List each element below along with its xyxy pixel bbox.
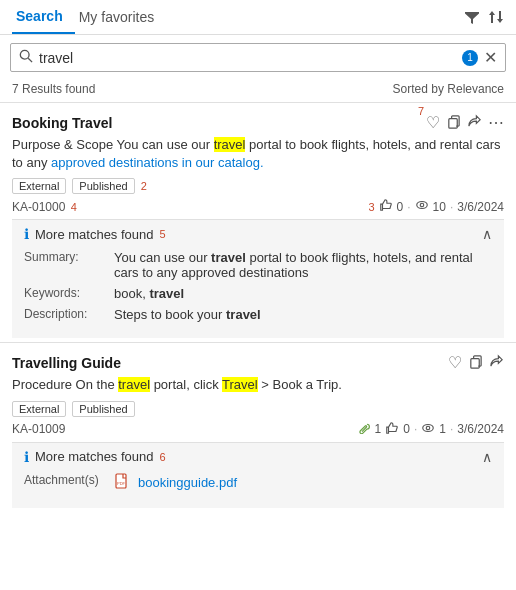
more-matches-2: ℹ More matches found 6 ∧ Attachment(s) P… xyxy=(12,442,504,508)
match-label-description: Description: xyxy=(24,307,114,322)
info-icon-2: ℹ xyxy=(24,449,29,465)
tag-external-1: External xyxy=(12,178,66,194)
svg-point-0 xyxy=(20,50,29,59)
meta-id-number-1: 4 xyxy=(71,201,77,213)
action-number-1: 7 xyxy=(418,105,424,117)
result-card-2: Travelling Guide ♡ Procedure On the trav… xyxy=(0,342,516,507)
svg-point-4 xyxy=(420,204,424,208)
match-label-keywords: Keywords: xyxy=(24,286,114,301)
more-matches-label-1: More matches found xyxy=(35,227,154,242)
search-bar: 1 ✕ xyxy=(10,43,506,72)
more-matches-toggle-2[interactable]: ℹ More matches found 6 xyxy=(24,449,166,465)
meta-id-1: KA-01000 4 xyxy=(12,200,77,214)
svg-text:PDF: PDF xyxy=(117,481,126,486)
like-count-2: 0 xyxy=(403,422,410,436)
heart-icon-2[interactable]: ♡ xyxy=(448,353,462,372)
attachment-count-2: 1 xyxy=(375,422,382,436)
card-title-row-2: Travelling Guide ♡ xyxy=(12,353,504,372)
card-body-2: Procedure On the travel portal, click Tr… xyxy=(12,376,504,394)
match-value-description: Steps to book your travel xyxy=(114,307,492,322)
clear-icon[interactable]: ✕ xyxy=(484,48,497,67)
view-count-2: 1 xyxy=(439,422,446,436)
highlight-travel-2a: travel xyxy=(118,377,150,392)
info-icon-1: ℹ xyxy=(24,226,29,242)
card-title-2: Travelling Guide xyxy=(12,355,121,371)
more-matches-number-2: 6 xyxy=(160,451,166,463)
more-matches-toggle-1[interactable]: ℹ More matches found 5 xyxy=(24,226,166,242)
svg-rect-2 xyxy=(449,118,457,127)
tag-external-2: External xyxy=(12,401,66,417)
card-title-row-1: Booking Travel 7 ♡ ⋯ xyxy=(12,113,504,132)
more-matches-number-1: 5 xyxy=(160,228,166,240)
filter-icon[interactable] xyxy=(464,9,480,25)
card-actions-2: ♡ xyxy=(448,353,504,372)
match-value-keywords: book, travel xyxy=(114,286,492,301)
card-title-1: Booking Travel xyxy=(12,115,112,131)
attachment-row-2: Attachment(s) PDF bookingguide.pdf xyxy=(24,473,492,492)
more-icon-1[interactable]: ⋯ xyxy=(488,113,504,132)
more-matches-header-2: ℹ More matches found 6 ∧ xyxy=(24,449,492,465)
view-count-1: 10 xyxy=(433,200,446,214)
card-body-1: Purpose & Scope You can use our travel p… xyxy=(12,136,504,172)
match-row-summary: Summary: You can use our travel portal t… xyxy=(24,250,492,280)
results-count: 7 Results found xyxy=(12,82,95,96)
tag-number-1: 2 xyxy=(141,180,147,192)
sort-icon[interactable] xyxy=(488,9,504,25)
result-card-1: Booking Travel 7 ♡ ⋯ Purpose & Scope You… xyxy=(0,102,516,338)
search-icon xyxy=(19,49,33,66)
match-details-1: Summary: You can use our travel portal t… xyxy=(24,246,492,332)
copy-icon-2[interactable] xyxy=(468,354,483,372)
tab-favorites[interactable]: My favorites xyxy=(75,1,166,33)
like-icon-1[interactable] xyxy=(379,198,393,215)
meta-right-1: 3 0 · 10 · 3/6/2024 xyxy=(368,198,504,215)
date-1: 3/6/2024 xyxy=(457,200,504,214)
attachment-filename-2[interactable]: bookingguide.pdf xyxy=(138,475,237,490)
pdf-icon-2: PDF xyxy=(114,473,130,492)
svg-line-1 xyxy=(28,58,32,62)
more-matches-label-2: More matches found xyxy=(35,449,154,464)
meta-row-1: KA-01000 4 3 0 · 10 · 3/6/2024 xyxy=(12,198,504,219)
chevron-up-icon-1[interactable]: ∧ xyxy=(482,226,492,242)
share-icon-1[interactable] xyxy=(467,114,482,132)
highlight-travel-2b: Travel xyxy=(222,377,258,392)
more-matches-header-1: ℹ More matches found 5 ∧ xyxy=(24,226,492,242)
tags-row-2: External Published xyxy=(12,401,504,417)
svg-point-7 xyxy=(427,426,431,430)
like-count-1: 0 xyxy=(397,200,404,214)
body-link-1[interactable]: approved destinations in our catalog. xyxy=(51,155,263,170)
search-input[interactable] xyxy=(39,50,458,66)
chevron-up-icon-2[interactable]: ∧ xyxy=(482,449,492,465)
card-actions-1: 7 ♡ ⋯ xyxy=(426,113,504,132)
tabs-header: Search My favorites xyxy=(0,0,516,35)
view-icon-2 xyxy=(421,421,435,438)
attachment-details-2: Attachment(s) PDF bookingguide.pdf xyxy=(24,469,492,502)
meta-row-2: KA-01009 1 0 · 1 · xyxy=(12,421,504,442)
share-icon-2[interactable] xyxy=(489,354,504,372)
results-meta: 7 Results found Sorted by Relevance xyxy=(0,80,516,102)
match-row-keywords: Keywords: book, travel xyxy=(24,286,492,301)
tag-published-2: Published xyxy=(72,401,134,417)
highlight-travel-1: travel xyxy=(214,137,246,152)
tags-row-1: External Published 2 xyxy=(12,178,504,194)
attachment-label-2: Attachment(s) xyxy=(24,473,114,492)
sort-label: Sorted by Relevance xyxy=(393,82,504,96)
like-icon-2[interactable] xyxy=(385,421,399,438)
match-row-description: Description: Steps to book your travel xyxy=(24,307,492,322)
tag-published-1: Published xyxy=(72,178,134,194)
svg-point-3 xyxy=(416,202,427,209)
match-value-summary: You can use our travel portal to book fl… xyxy=(114,250,492,280)
search-badge: 1 xyxy=(462,50,478,66)
match-label-summary: Summary: xyxy=(24,250,114,280)
meta-right-2: 1 0 · 1 · 3/6/2024 xyxy=(358,421,504,438)
svg-point-6 xyxy=(423,424,434,431)
svg-rect-5 xyxy=(471,359,479,368)
view-icon-1 xyxy=(415,198,429,215)
tab-actions xyxy=(464,9,504,25)
more-matches-1: ℹ More matches found 5 ∧ Summary: You ca… xyxy=(12,219,504,338)
tab-search[interactable]: Search xyxy=(12,0,75,34)
meta-number-label-1: 3 xyxy=(368,201,374,213)
meta-id-2: KA-01009 xyxy=(12,422,65,436)
copy-icon-1[interactable] xyxy=(446,114,461,132)
heart-icon-1[interactable]: ♡ xyxy=(426,113,440,132)
clip-icon-2 xyxy=(358,421,371,437)
